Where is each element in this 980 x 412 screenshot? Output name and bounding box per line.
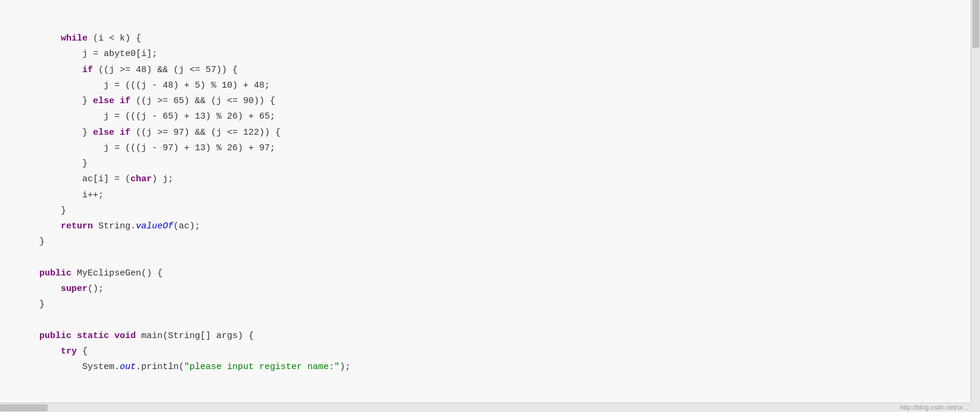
- code-line: ac[i] = (char) j;: [18, 172, 968, 187]
- code-container: while (i < k) { j = abyte0[i]; if ((j >=…: [0, 0, 980, 412]
- code-line: try {: [18, 344, 968, 360]
- code-line: }: [18, 203, 968, 219]
- code-block: while (i < k) { j = abyte0[i]; if ((j >=…: [0, 0, 980, 378]
- scrollbar-corner: [970, 402, 980, 412]
- horizontal-scrollbar[interactable]: [0, 402, 970, 412]
- code-line: } else if ((j >= 97) && (j <= 122)) {: [18, 125, 968, 141]
- code-line: j = (((j - 48) + 5) % 10) + 48;: [18, 78, 968, 94]
- code-line: }: [18, 297, 968, 312]
- url-bar: http://blog.csdn.net/or...: [900, 404, 968, 411]
- code-line: System.out.println("please input registe…: [18, 360, 968, 375]
- code-line: public static void main(String[] args) {: [18, 329, 968, 344]
- code-line: if ((j >= 48) && (j <= 57)) {: [18, 63, 968, 78]
- vertical-scrollbar[interactable]: [970, 0, 980, 402]
- code-line: }: [18, 156, 968, 172]
- code-line: j = abyte0[i];: [18, 47, 968, 62]
- code-line: i++;: [18, 188, 968, 203]
- horizontal-scrollbar-thumb[interactable]: [0, 404, 48, 411]
- code-line: }: [18, 234, 968, 250]
- code-line: } else if ((j >= 65) && (j <= 90)) {: [18, 94, 968, 109]
- code-line: [18, 313, 968, 329]
- code-line: super();: [18, 281, 968, 297]
- code-line: while (i < k) {: [18, 31, 968, 47]
- code-line: [18, 250, 968, 266]
- code-line: public MyEclipseGen() {: [18, 266, 968, 281]
- code-line: return String.valueOf(ac);: [18, 219, 968, 234]
- code-line: j = (((j - 97) + 13) % 26) + 97;: [18, 141, 968, 156]
- code-line: j = (((j - 65) + 13) % 26) + 65;: [18, 109, 968, 125]
- vertical-scrollbar-thumb[interactable]: [972, 0, 979, 48]
